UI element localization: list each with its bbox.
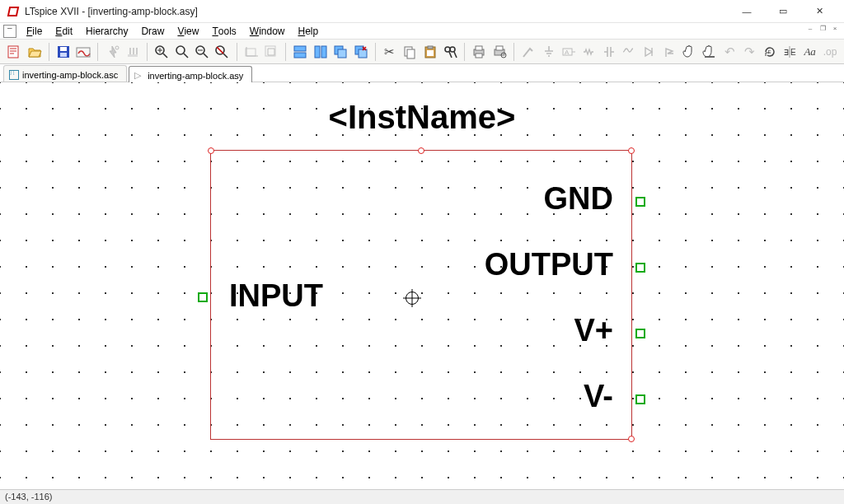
resize-handle-se[interactable] bbox=[628, 436, 635, 442]
tile-vert-icon[interactable] bbox=[312, 42, 330, 62]
pin-output-label[interactable]: OUTPUT bbox=[485, 247, 613, 282]
menu-view[interactable]: View bbox=[171, 23, 205, 39]
paste-icon[interactable] bbox=[421, 42, 439, 62]
spice-directive-icon[interactable]: .op bbox=[821, 42, 839, 62]
menu-label: ools bbox=[218, 26, 237, 37]
mdi-restore-button[interactable]: ❐ bbox=[817, 23, 828, 33]
mdi-doc-controls: – ❐ × bbox=[804, 23, 841, 33]
svg-rect-13 bbox=[294, 46, 306, 51]
resize-handle-ne[interactable] bbox=[628, 147, 635, 154]
pin-gnd-label[interactable]: GND bbox=[544, 181, 613, 217]
save-icon[interactable] bbox=[54, 42, 73, 62]
component-icon[interactable] bbox=[660, 42, 678, 62]
run-icon[interactable] bbox=[103, 42, 121, 62]
undo-icon[interactable]: ↶ bbox=[720, 42, 738, 62]
pin-vneg-label[interactable]: V- bbox=[584, 379, 613, 414]
symbol-file-icon bbox=[134, 71, 144, 81]
drag-icon[interactable] bbox=[700, 42, 718, 62]
inductor-icon[interactable] bbox=[620, 42, 638, 62]
autorange-x-icon[interactable] bbox=[242, 42, 260, 62]
open-icon[interactable] bbox=[25, 42, 43, 62]
pin-input-label[interactable]: INPUT bbox=[229, 278, 323, 314]
menu-draw[interactable]: Draw bbox=[134, 23, 171, 39]
svg-text:E: E bbox=[767, 49, 771, 54]
app-icon bbox=[7, 5, 20, 18]
text-comment-icon[interactable]: Aa bbox=[800, 42, 818, 62]
maximize-button[interactable]: ▭ bbox=[765, 0, 801, 23]
ground-icon[interactable] bbox=[539, 42, 557, 62]
menu-bar: File Edit Hierarchy Draw View Tools Wind… bbox=[0, 23, 844, 40]
window-title: LTspice XVII - [inverting-amp-block.asy] bbox=[25, 6, 729, 17]
svg-rect-32 bbox=[496, 46, 503, 50]
copy-icon[interactable] bbox=[401, 42, 419, 62]
pin-input-port[interactable] bbox=[198, 292, 208, 302]
tab-asc[interactable]: inverting-amp-block.asc bbox=[3, 65, 127, 82]
svg-rect-15 bbox=[315, 46, 320, 58]
label-net-icon[interactable]: A bbox=[560, 42, 578, 62]
halt-icon[interactable] bbox=[124, 42, 142, 62]
svg-rect-29 bbox=[476, 46, 482, 50]
inst-name-placeholder[interactable]: <InstName> bbox=[329, 99, 516, 136]
menu-window[interactable]: Window bbox=[243, 23, 292, 39]
svg-text:Ǝ: Ǝ bbox=[784, 48, 789, 57]
move-icon[interactable] bbox=[680, 42, 698, 62]
resize-handle-n[interactable] bbox=[418, 147, 424, 154]
capacitor-icon[interactable] bbox=[600, 42, 618, 62]
print-icon[interactable] bbox=[470, 42, 488, 62]
svg-rect-16 bbox=[321, 46, 326, 58]
menu-hierarchy[interactable]: Hierarchy bbox=[79, 23, 134, 39]
resistor-icon[interactable] bbox=[579, 42, 598, 62]
svg-rect-6 bbox=[128, 54, 138, 57]
pin-gnd-port[interactable] bbox=[635, 197, 645, 207]
cascade-icon[interactable] bbox=[331, 42, 349, 62]
menu-tools[interactable]: Tools bbox=[205, 23, 242, 39]
svg-rect-14 bbox=[294, 53, 306, 58]
mirror-icon[interactable]: ƎE bbox=[781, 42, 799, 62]
pin-vpos-label[interactable]: V+ bbox=[574, 313, 613, 348]
zoom-in-icon[interactable] bbox=[152, 42, 171, 62]
autorange-y-icon[interactable] bbox=[262, 42, 280, 62]
diode-icon[interactable] bbox=[640, 42, 658, 62]
menu-edit[interactable]: Edit bbox=[49, 23, 79, 39]
menu-help[interactable]: Help bbox=[292, 23, 326, 39]
zoom-out-icon[interactable] bbox=[193, 42, 211, 62]
menu-label: dit bbox=[62, 26, 73, 37]
control-panel-icon[interactable] bbox=[74, 42, 92, 62]
print-setup-icon[interactable] bbox=[490, 42, 509, 62]
svg-rect-24 bbox=[428, 46, 433, 49]
find-icon[interactable] bbox=[441, 42, 459, 62]
document-tab-bar: inverting-amp-block.asc inverting-amp-bl… bbox=[0, 64, 844, 82]
svg-rect-18 bbox=[338, 49, 346, 58]
svg-point-27 bbox=[450, 47, 455, 52]
schematic-file-icon bbox=[9, 70, 19, 80]
tab-label: inverting-amp-block.asc bbox=[22, 70, 118, 80]
pin-vneg-port[interactable] bbox=[635, 394, 645, 404]
mdi-system-icon[interactable] bbox=[3, 25, 16, 38]
rotate-icon[interactable]: E bbox=[761, 42, 779, 62]
pin-vpos-port[interactable] bbox=[635, 329, 645, 338]
tab-asy[interactable]: inverting-amp-block.asy bbox=[129, 66, 252, 82]
close-button[interactable]: ✕ bbox=[801, 0, 837, 23]
cut-icon[interactable]: ✂ bbox=[381, 42, 399, 62]
close-windows-icon[interactable] bbox=[351, 42, 369, 62]
svg-rect-2 bbox=[60, 47, 67, 51]
svg-rect-3 bbox=[60, 53, 67, 57]
cursor-coordinates: (-143, -116) bbox=[5, 492, 52, 502]
zoom-fit-icon[interactable] bbox=[213, 42, 231, 62]
status-bar: (-143, -116) bbox=[0, 489, 844, 504]
pin-output-port[interactable] bbox=[635, 263, 645, 273]
mdi-close-button[interactable]: × bbox=[829, 23, 841, 33]
symbol-canvas[interactable]: <InstName> INPUT GND OUTPUT V+ V- bbox=[0, 82, 844, 489]
mdi-minimize-button[interactable]: – bbox=[804, 23, 816, 33]
tile-horiz-icon[interactable] bbox=[291, 42, 309, 62]
redo-icon[interactable]: ↷ bbox=[740, 42, 758, 62]
draw-wire-icon[interactable] bbox=[519, 42, 537, 62]
pan-icon[interactable] bbox=[173, 42, 191, 62]
resize-handle-nw[interactable] bbox=[208, 147, 214, 154]
svg-rect-11 bbox=[246, 49, 256, 56]
title-bar: LTspice XVII - [inverting-amp-block.asy]… bbox=[0, 0, 844, 23]
svg-point-8 bbox=[176, 46, 185, 54]
new-schematic-icon[interactable] bbox=[5, 42, 23, 62]
minimize-button[interactable]: — bbox=[729, 0, 765, 23]
menu-file[interactable]: File bbox=[20, 23, 49, 39]
